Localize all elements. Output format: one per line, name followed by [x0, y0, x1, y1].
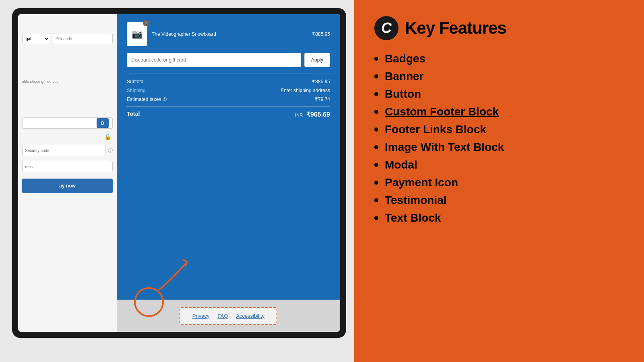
feature-item-button: Button — [374, 88, 624, 101]
bullet-icon — [374, 74, 378, 78]
feature-label: Testimonial — [385, 194, 447, 207]
apply-button[interactable]: Apply — [304, 53, 330, 67]
feature-label: Modal — [385, 158, 417, 171]
subtotal-row: Subtotal ₹885.95 — [127, 79, 330, 84]
subtotal-label: Subtotal — [127, 79, 144, 84]
pay-now-button[interactable]: ay now — [22, 179, 113, 193]
svg-point-0 — [135, 288, 163, 316]
product-image: 📷 1 — [127, 22, 147, 46]
feature-item-text-block: Text Block — [374, 212, 624, 224]
laptop-screen: gal able shipping methods. B 🔒 ⓘ — [18, 14, 340, 332]
product-badge: 1 — [143, 20, 149, 26]
key-features-header: Key Features — [374, 16, 624, 40]
right-panel: Key Features Badges Banner Button Custom… — [354, 0, 644, 362]
bullet-icon — [374, 216, 378, 220]
bullet-icon — [374, 181, 378, 185]
feature-label: Banner — [385, 70, 423, 83]
bullet-icon — [374, 57, 378, 61]
feature-item-testimonial: Testimonial — [374, 194, 624, 207]
bullet-icon — [374, 92, 378, 96]
order-summary: Subtotal ₹885.95 Shipping Enter shipping… — [127, 74, 330, 118]
arrow-annotation — [125, 254, 189, 320]
feature-item-payment-icon: Payment Icon — [374, 176, 624, 189]
security-row: ⓘ — [22, 145, 113, 156]
laptop-frame: gal able shipping methods. B 🔒 ⓘ — [12, 8, 346, 338]
feature-item-image-text: Image With Text Block — [374, 141, 624, 154]
c-logo — [374, 16, 398, 40]
discount-row: Apply — [127, 53, 330, 67]
feature-label: Text Block — [385, 212, 441, 224]
shipping-label: Shipping — [127, 88, 146, 93]
lock-row: 🔒 — [22, 134, 113, 140]
feature-label: Payment Icon — [385, 176, 458, 189]
btn-row: B — [22, 117, 113, 129]
feature-item-custom-footer: Custom Footer Block — [374, 105, 624, 118]
faq-link[interactable]: FAQ — [217, 313, 228, 319]
privacy-link[interactable]: Privacy — [192, 313, 210, 319]
feature-item-badges: Badges — [374, 52, 624, 65]
address-input[interactable] — [22, 161, 113, 172]
feature-label: Button — [385, 88, 421, 101]
total-row: Total INR ₹965.69 — [127, 106, 330, 118]
lock-icon: 🔒 — [104, 134, 111, 140]
features-list: Badges Banner Button Custom Footer Block… — [374, 52, 624, 224]
taxes-value: ₹79.74 — [315, 97, 330, 102]
accessibility-link[interactable]: Accessibility — [236, 313, 264, 319]
bullet-icon — [374, 110, 378, 114]
subtotal-value: ₹885.95 — [312, 79, 330, 84]
discount-input[interactable] — [127, 53, 301, 67]
pin-code-input[interactable] — [53, 33, 113, 44]
feature-item-modal: Modal — [374, 158, 624, 171]
country-select[interactable]: gal — [22, 33, 50, 44]
checkout-sidebar: gal able shipping methods. B 🔒 ⓘ — [18, 14, 117, 332]
feature-item-footer-links: Footer Links Block — [374, 123, 624, 136]
product-row: 📷 1 The Videographer Snowboard ₹885.95 — [127, 22, 330, 46]
total-currency: INR — [295, 113, 303, 117]
bullet-icon — [374, 128, 378, 132]
feature-label: Badges — [385, 52, 425, 65]
feature-label: Custom Footer Block — [385, 105, 499, 118]
total-label: Total — [127, 111, 140, 118]
product-price: ₹885.95 — [312, 31, 330, 37]
annotation-arrow-svg — [125, 254, 189, 318]
footer-links-box: Privacy FAQ Accessibility — [180, 307, 277, 325]
taxes-label: Estimated taxes ① — [127, 97, 167, 102]
bullet-icon — [374, 163, 378, 167]
checkout-main: 📷 1 The Videographer Snowboard ₹885.95 A… — [117, 14, 340, 332]
left-panel: gal able shipping methods. B 🔒 ⓘ — [0, 0, 354, 362]
b-button[interactable]: B — [97, 118, 109, 128]
bullet-icon — [374, 145, 378, 149]
shipping-methods-label: able shipping methods. — [22, 80, 113, 84]
feature-label: Footer Links Block — [385, 123, 486, 136]
key-features-title: Key Features — [405, 19, 506, 38]
shipping-value: Enter shipping address — [281, 88, 330, 93]
product-name: The Videographer Snowboard — [152, 31, 307, 37]
taxes-row: Estimated taxes ① ₹79.74 — [127, 97, 330, 102]
security-info-icon: ⓘ — [108, 147, 113, 154]
security-code-input[interactable] — [22, 145, 105, 156]
bullet-icon — [374, 198, 378, 202]
total-value: INR ₹965.69 — [295, 111, 330, 118]
feature-label: Image With Text Block — [385, 141, 504, 154]
feature-item-banner: Banner — [374, 70, 624, 83]
shipping-row: Shipping Enter shipping address — [127, 88, 330, 93]
